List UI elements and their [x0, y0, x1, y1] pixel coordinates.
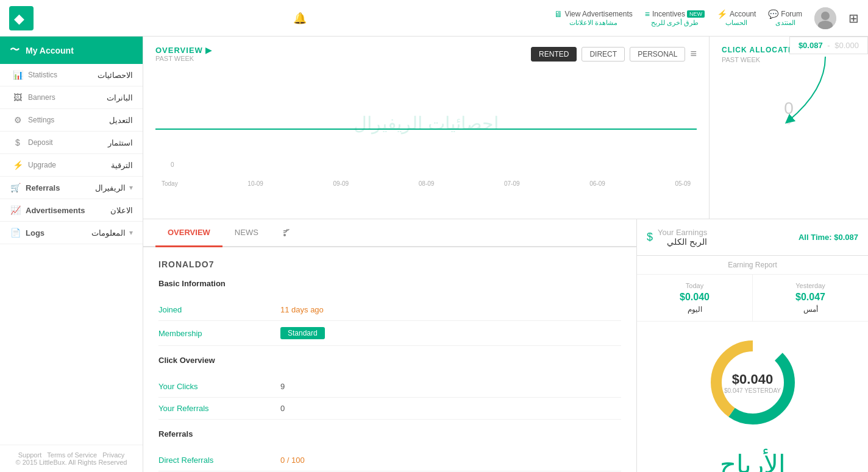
incentives-ar: طرق أخرى للربح: [651, 19, 699, 27]
right-panel: $ Your Earnings الربح الكلي All Time: $0…: [636, 219, 868, 472]
balance-amount: $0.087: [799, 41, 823, 50]
sidebar-item-banners[interactable]: 🖼 Banners البانرات: [0, 86, 143, 109]
privacy-link[interactable]: Privacy: [102, 451, 124, 459]
new-badge: NEW: [687, 10, 705, 18]
content-tabs: OVERVIEW NEWS: [143, 219, 636, 247]
basic-info-title: Basic Information: [158, 279, 621, 292]
donut-chart-container: $0.040 $0.047 YESTERDAY: [637, 322, 868, 443]
earnings-header: $ Your Earnings الربح الكلي All Time: $0…: [637, 219, 868, 256]
big-ar-earnings-label: الأرباح: [637, 443, 868, 472]
bottom-section: OVERVIEW NEWS IRONALDO7 Basic Informatio…: [143, 219, 868, 472]
main-content: OVERVIEW NEWS IRONALDO7 Basic Informatio…: [143, 219, 636, 472]
your-clicks-value: 9: [280, 382, 285, 391]
bell-icon[interactable]: 🔔: [293, 12, 307, 25]
sidebar-title: My Account: [26, 46, 74, 55]
today-amount: $0.040: [647, 292, 742, 303]
nav-account[interactable]: ⚡ Account الحساب: [717, 9, 756, 27]
sidebar-item-advertisements[interactable]: 📈 Advertisements الاعلان: [0, 199, 143, 222]
yesterday-ar-label: أمس: [763, 305, 858, 314]
menu-dots-icon[interactable]: ⊞: [848, 11, 859, 26]
sidebar-nav: 📊 Statistics الاحصائيات 🖼 Banners البانر…: [0, 64, 143, 445]
advertisements-ar-label: الاعلان: [110, 206, 133, 215]
account-icon: ⚡: [717, 9, 727, 19]
settings-en-label: Settings: [28, 116, 54, 124]
support-link[interactable]: Support: [18, 451, 42, 459]
referrals-ar-label: الريفيرال: [95, 183, 126, 192]
tab-news[interactable]: NEWS: [222, 219, 271, 247]
tab-direct[interactable]: DIRECT: [582, 47, 625, 62]
tab-rented[interactable]: RENTED: [531, 47, 577, 62]
settings-ar-label: التعديل: [109, 116, 133, 125]
sidebar-item-referrals[interactable]: 🛒 Referrals الريفيرال ▾: [0, 177, 143, 199]
donut-yesterday-label: $0.047 YESTERDAY: [724, 387, 781, 394]
account-en: Account: [730, 10, 756, 18]
account-ar: الحساب: [725, 19, 747, 27]
nav-incentives[interactable]: ≡ Incentives NEW طرق أخرى للربح: [645, 9, 705, 27]
chart-icon: 📈: [10, 205, 21, 215]
svg-point-7: [283, 234, 286, 236]
user-id: IRONALDO7: [158, 259, 621, 269]
sidebar-item-statistics[interactable]: 📊 Statistics الاحصائيات: [0, 64, 143, 86]
forum-ar: المنتدى: [775, 19, 795, 27]
click-overview-title: Click Overview: [158, 356, 621, 368]
dollar-icon: $: [12, 138, 23, 147]
copyright-text: © 2015 LittleBux. All Rights Reserved: [10, 459, 133, 466]
incentives-en: Incentives: [652, 10, 685, 18]
chart-x-labels: Today 10-09 09-09 08-09 07-09 06-09 05-0…: [155, 180, 697, 187]
nav-forum[interactable]: 💬 Forum المنتدى: [768, 9, 802, 27]
tab-rss[interactable]: [271, 219, 304, 247]
earnings-title-left: $ Your Earnings الربح الكلي: [647, 228, 707, 247]
monitor-icon: 🖥: [554, 9, 563, 19]
chart-period: PAST WEEK: [155, 55, 212, 62]
svg-text:◆: ◆: [14, 11, 24, 26]
logs-en-label: Logs: [26, 228, 44, 238]
nav-right: 🖥 View Advertisements مشاهدة الاعلانات ≡…: [554, 7, 859, 29]
top-navigation: ◆ 🔔 🖥 View Advertisements مشاهدة الاعلان…: [0, 0, 868, 37]
cart-icon: 🛒: [10, 183, 21, 192]
chart-svg: 0: [155, 68, 697, 160]
nav-center: 🔔: [46, 12, 554, 25]
tab-overview[interactable]: OVERVIEW: [155, 219, 222, 247]
today-cell: Today $0.040 اليوم: [637, 275, 753, 321]
nav-view-ads[interactable]: 🖥 View Advertisements مشاهدة الاعلانات: [554, 9, 633, 27]
donut-amount: $0.040: [724, 372, 781, 387]
your-referrals-row: Your Referrals 0: [158, 398, 621, 420]
sidebar-item-upgrade[interactable]: ⚡ Upgrade الترقية: [0, 154, 143, 177]
earning-report-title: Earning Report: [637, 256, 868, 275]
banners-en-label: Banners: [28, 93, 55, 102]
balance-zero: $0.000: [834, 41, 859, 50]
statistics-en-label: Statistics: [28, 71, 57, 79]
tab-personal[interactable]: PERSONAL: [630, 47, 685, 62]
your-referrals-label: Your Referrals: [158, 404, 280, 413]
sidebar-item-deposit[interactable]: $ Deposit استثمار: [0, 132, 143, 154]
today-en-label: Today: [647, 282, 742, 289]
gear-icon: ⚙: [12, 115, 23, 125]
terms-link[interactable]: Terms of Service: [47, 451, 97, 459]
image-icon: 🖼: [12, 93, 23, 102]
balance-separator: -: [827, 41, 830, 50]
joined-value: 11 days ago: [280, 305, 324, 314]
yesterday-en-label: Yesterday: [763, 282, 858, 289]
lightning-icon: ⚡: [12, 160, 23, 170]
sidebar-item-settings[interactable]: ⚙ Settings التعديل: [0, 109, 143, 132]
avatar[interactable]: [814, 7, 836, 29]
logo[interactable]: ◆: [9, 6, 34, 30]
x-label-today: Today: [162, 180, 178, 187]
chart-tabs: RENTED DIRECT PERSONAL: [531, 47, 685, 62]
membership-label: Membership: [158, 329, 280, 338]
x-label-0709: 07-09: [504, 180, 520, 187]
upgrade-en-label: Upgrade: [28, 161, 56, 169]
view-ads-en: View Advertisements: [565, 10, 633, 18]
x-label-0509: 05-09: [675, 180, 691, 187]
x-label-0909: 09-09: [333, 180, 349, 187]
membership-badge: Standard: [280, 327, 325, 339]
sidebar-item-logs[interactable]: 📄 Logs المعلومات ▾: [0, 222, 143, 244]
dollar-sign-icon: $: [647, 231, 653, 244]
banners-ar-label: البانرات: [107, 93, 133, 102]
chart-title[interactable]: OVERVIEW ▶: [155, 46, 212, 55]
hamburger-icon[interactable]: ≡: [690, 48, 697, 60]
direct-referrals-label: Direct Referrals: [158, 456, 280, 465]
earnings-row: Today $0.040 اليوم Yesterday $0.047 أمس: [637, 275, 868, 322]
sidebar-footer: Support Terms of Service Privacy © 2015 …: [0, 445, 143, 472]
list-icon: ≡: [645, 9, 650, 19]
